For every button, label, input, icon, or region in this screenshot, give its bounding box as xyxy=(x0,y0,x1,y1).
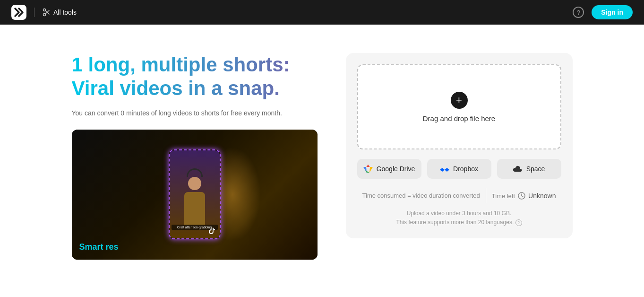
svg-marker-7 xyxy=(369,167,373,173)
person-head xyxy=(188,177,201,190)
upload-note: Upload a video under 3 hours and 10 GB. … xyxy=(357,209,561,227)
upload-note-line1: Upload a video under 3 hours and 10 GB. xyxy=(407,210,511,217)
capcut-logo xyxy=(11,5,26,20)
google-drive-label: Google Drive xyxy=(377,165,415,173)
svg-marker-11 xyxy=(445,166,449,172)
video-background: Craft attention-grabbing Smart res xyxy=(72,130,318,260)
time-left-section: Time left Unknown xyxy=(492,192,556,200)
nav-divider xyxy=(34,8,34,17)
info-section: Time consumed = video duration converted… xyxy=(357,188,561,227)
person-body xyxy=(184,192,205,225)
space-button[interactable]: Space xyxy=(497,159,561,179)
drop-label: Drag and drop file here xyxy=(423,114,495,122)
all-tools-button[interactable]: All tools xyxy=(42,8,77,17)
headphone-arc xyxy=(187,168,203,177)
phone-person: Craft attention-grabbing xyxy=(170,150,220,238)
phone-frame: Craft attention-grabbing xyxy=(169,149,221,239)
all-tools-icon xyxy=(42,8,51,17)
space-icon xyxy=(513,165,523,173)
video-bottom-text: Smart res xyxy=(79,242,119,252)
time-left-label: Time left xyxy=(492,192,515,200)
right-section: + Drag and drop file here Google Drive xyxy=(346,53,573,238)
tiktok-logo xyxy=(208,227,216,235)
navbar-right: ? Sign in xyxy=(573,5,633,19)
video-preview: Craft attention-grabbing Smart res xyxy=(72,130,318,260)
drop-zone[interactable]: + Drag and drop file here xyxy=(357,64,561,149)
time-divider xyxy=(486,188,486,203)
plus-icon: + xyxy=(451,92,468,109)
source-buttons: Google Drive Dropbox Space xyxy=(357,159,561,179)
time-row: Time consumed = video duration converted… xyxy=(357,188,561,203)
sign-in-button[interactable]: Sign in xyxy=(592,5,633,19)
help-icon[interactable]: ? xyxy=(573,7,584,18)
clock-icon xyxy=(518,192,525,200)
svg-marker-6 xyxy=(365,170,369,173)
note-info-icon: ? xyxy=(515,219,522,226)
space-label: Space xyxy=(526,165,545,173)
svg-line-14 xyxy=(522,196,523,197)
dropbox-button[interactable]: Dropbox xyxy=(427,159,491,179)
upload-card: + Drag and drop file here Google Drive xyxy=(346,53,573,238)
dropbox-icon xyxy=(440,165,449,173)
svg-marker-10 xyxy=(440,166,445,172)
phone-inner: Craft attention-grabbing xyxy=(170,150,220,238)
time-consumed-label: Time consumed = video duration converted xyxy=(362,192,480,200)
hero-subtext: You can convert 0 minutes of long videos… xyxy=(72,108,318,118)
navbar-left: All tools xyxy=(11,5,77,20)
left-section: 1 long, multiple shorts: Viral videos in… xyxy=(72,53,318,260)
dropbox-label: Dropbox xyxy=(453,165,478,173)
google-drive-icon xyxy=(363,165,373,173)
all-tools-label: All tools xyxy=(53,9,77,16)
page-headline: 1 long, multiple shorts: Viral videos in… xyxy=(72,53,318,101)
upload-note-line2: This feature supports more than 20 langu… xyxy=(396,219,514,226)
unknown-label: Unknown xyxy=(528,192,556,200)
main-content: 1 long, multiple shorts: Viral videos in… xyxy=(0,25,644,297)
navbar: All tools ? Sign in xyxy=(0,0,644,25)
svg-marker-9 xyxy=(366,165,370,167)
google-drive-button[interactable]: Google Drive xyxy=(357,159,421,179)
